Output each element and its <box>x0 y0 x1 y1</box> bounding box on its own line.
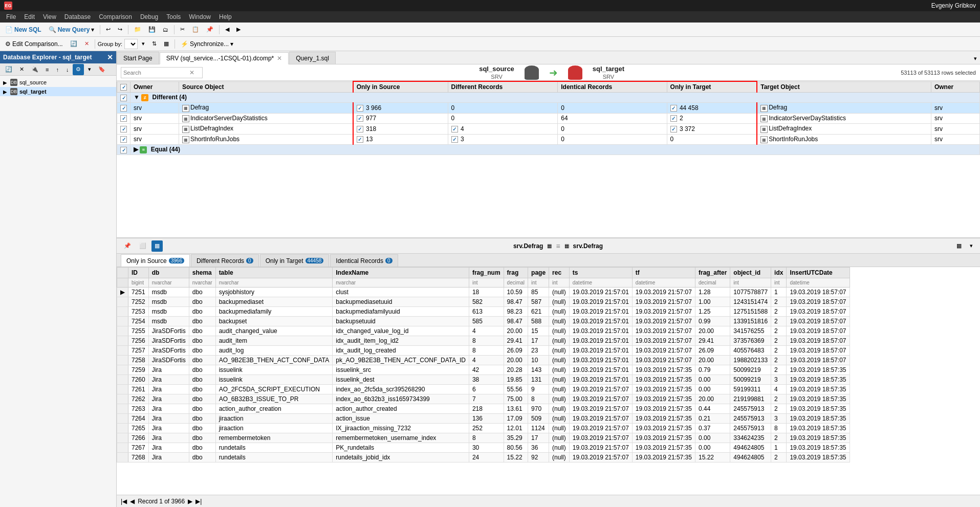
refresh-button[interactable]: 🔄 <box>67 38 80 50</box>
filter2-button[interactable]: ▾ <box>85 64 94 75</box>
data-panel-dropdown-button[interactable]: ▾ <box>967 240 976 252</box>
filter-button[interactable]: ⇅ <box>149 38 160 50</box>
up-button[interactable]: ↑ <box>53 64 62 75</box>
row-check-0-3[interactable]: ✓ <box>120 136 127 143</box>
only-source-check-0-0[interactable]: ✓ <box>357 105 363 112</box>
data-tab-only-in-source[interactable]: Only in Source 3966 <box>121 254 190 267</box>
data-row-4[interactable]: 7255JiraSDFortisdboaudit_changed_valueid… <box>117 326 850 336</box>
copy-button[interactable]: 📋 <box>189 24 202 35</box>
menu-tools[interactable]: Tools <box>162 12 185 21</box>
pin-button[interactable]: 📌 <box>121 240 134 252</box>
down-button[interactable]: ↓ <box>63 64 72 75</box>
data-row-6[interactable]: 7257JiraSDFortisdboaudit_logidx_audit_lo… <box>117 346 850 356</box>
filter-tree-button[interactable]: ≡ <box>42 64 52 75</box>
data-row-9[interactable]: 7260Jiradboissuelinkissuelink_dest3819.8… <box>117 375 850 385</box>
group-options-button[interactable]: ▾ <box>139 38 148 50</box>
group-check-0[interactable]: ✓ <box>120 95 127 101</box>
save-button[interactable]: 💾 <box>145 24 159 35</box>
menu-file[interactable]: File <box>2 12 20 21</box>
back-button[interactable]: ◀ <box>222 24 232 35</box>
settings-tree-button[interactable]: ⚙ <box>73 64 84 75</box>
open-button[interactable]: 📁 <box>131 24 144 35</box>
data-row-13[interactable]: 7264Jiradbojiraactionaction_issue13617.0… <box>117 414 850 424</box>
menu-window[interactable]: Window <box>185 12 215 21</box>
only-source-check-0-3[interactable]: ✓ <box>357 136 363 143</box>
menu-view[interactable]: View <box>39 12 60 21</box>
data-row-11[interactable]: 7262JiradboAO_6B32B3_ISSUE_TO_PRindex_ao… <box>117 394 850 404</box>
menu-comparison[interactable]: Comparison <box>95 12 136 21</box>
redo-button[interactable]: ↪ <box>115 24 125 35</box>
data-row-17[interactable]: 7268Jiradborundetailsrundetails_jobid_id… <box>117 453 850 462</box>
remove-connection-button[interactable]: ✕ <box>16 64 27 75</box>
comparison-grid-wrapper[interactable]: ✓ Owner Source Object Only in Source Dif… <box>117 81 980 237</box>
edit-comparison-button[interactable]: ⚙ Edit Comparison... <box>2 38 66 50</box>
row-check-0-0[interactable]: ✓ <box>120 105 127 112</box>
synchronize-button[interactable]: ⚡ Synchronize... ▾ <box>178 38 236 50</box>
data-panel-options-button[interactable]: ▦ <box>953 240 965 252</box>
tab-dcomp-close[interactable]: ✕ <box>277 55 282 62</box>
tree-item-sql-source[interactable]: ▶ DB sql_source <box>0 78 116 87</box>
data-row-8[interactable]: 7259Jiradboissuelinkissuelink_src4220.28… <box>117 365 850 375</box>
search-input[interactable] <box>121 70 188 76</box>
nav-prev-button[interactable]: ◀ <box>130 498 135 505</box>
only-source-check-0-1[interactable]: ✓ <box>357 115 363 122</box>
cut-button[interactable]: ✂ <box>177 24 188 35</box>
data-row-14[interactable]: 7265JiradbojiraactionIX_jiraaction_missi… <box>117 424 850 433</box>
diff-check-0-3[interactable]: ✓ <box>451 136 458 143</box>
menu-help[interactable]: Help <box>215 12 236 21</box>
bookmarks-button[interactable]: 🔖 <box>95 64 108 75</box>
data-grid-wrapper[interactable]: IDdbshematableIndexNamefrag_numfragpager… <box>117 267 980 495</box>
tab-start-page[interactable]: Start Page <box>117 52 159 64</box>
group-toggle-1[interactable]: ▶ <box>134 146 138 153</box>
tab-query[interactable]: Query_1.sql <box>289 52 336 64</box>
data-tab-identical-records[interactable]: Identical Records 0 <box>330 254 398 267</box>
data-row-1[interactable]: 7252msdbdbobackupmediasetbackupmediasetu… <box>117 297 850 307</box>
data-row-5[interactable]: 7256JiraSDFortisdboaudit_itemidx_audit_i… <box>117 336 850 346</box>
data-tab-only-in-target[interactable]: Only in Target 44458 <box>260 254 330 267</box>
paste-button[interactable]: 📌 <box>203 24 216 35</box>
data-row-0[interactable]: ▶7251msdbdbosysjobhistoryclust1810.5985(… <box>117 288 850 297</box>
group-check-1[interactable]: ✓ <box>120 147 127 153</box>
search-clear-button[interactable]: ✕ <box>188 69 196 76</box>
connect-button[interactable]: 🔌 <box>28 64 41 75</box>
nav-last-button[interactable]: ▶| <box>195 498 202 505</box>
row-check-0-2[interactable]: ✓ <box>120 126 127 133</box>
stop-button[interactable]: ✕ <box>81 38 92 50</box>
nav-first-button[interactable]: |◀ <box>121 498 127 505</box>
group-by-dropdown[interactable] <box>124 39 138 49</box>
grid-view-button[interactable]: ▦ <box>151 240 163 252</box>
only-target-check-0-0[interactable]: ✓ <box>670 105 677 112</box>
tree-item-sql-target[interactable]: ▶ DB sql_target <box>0 87 116 96</box>
only-target-check-0-2[interactable]: ✓ <box>670 126 677 133</box>
comparison-row-0-1[interactable]: ✓ srv ▦IndicatorServerDayStatistics ✓ 97… <box>117 113 980 124</box>
data-tab-different-records[interactable]: Different Records 0 <box>191 254 259 267</box>
comparison-row-0-2[interactable]: ✓ srv ▦ListDefragIndex ✓ 318 ✓ 4 0 ✓ 3 3… <box>117 124 980 135</box>
refresh-tree-button[interactable]: 🔄 <box>2 64 15 75</box>
forward-button[interactable]: ▶ <box>233 24 244 35</box>
comparison-row-0-0[interactable]: ✓ srv ▦Defrag ✓ 3 966 0 0 ✓ 44 458 <box>117 103 980 114</box>
menu-debug[interactable]: Debug <box>136 12 162 21</box>
only-source-check-0-2[interactable]: ✓ <box>357 126 363 133</box>
header-checkbox[interactable]: ✓ <box>120 84 127 91</box>
data-row-12[interactable]: 7263Jiradboaction_author_creationaction_… <box>117 404 850 414</box>
menu-edit[interactable]: Edit <box>20 12 39 21</box>
data-row-3[interactable]: 7254msdbdbobackupsetbackupsetuuid58598.4… <box>117 317 850 326</box>
split-button[interactable]: ⬜ <box>136 240 149 252</box>
grid-button[interactable]: ▦ <box>161 38 172 50</box>
save-all-button[interactable]: 🗂 <box>160 24 171 35</box>
data-row-7[interactable]: 7258JiraSDFortisdboAO_9B2E3B_THEN_ACT_CO… <box>117 356 850 365</box>
data-row-15[interactable]: 7266Jiradboremembermetokenremembermetoke… <box>117 433 850 443</box>
row-check-0-1[interactable]: ✓ <box>120 115 127 122</box>
new-query-button[interactable]: 🔍 New Query ▾ <box>46 24 98 35</box>
close-panel-button[interactable]: ✕ <box>107 53 113 61</box>
data-row-10[interactable]: 7261JiradboAO_2FC5DA_SCRIPT_EXECUTIONind… <box>117 385 850 394</box>
menu-database[interactable]: Database <box>60 12 95 21</box>
undo-button[interactable]: ↩ <box>103 24 114 35</box>
tabs-dropdown-button[interactable]: ▾ <box>971 53 980 64</box>
data-row-16[interactable]: 7267JiradborundetailsPK_rundetails3080.5… <box>117 443 850 453</box>
new-sql-button[interactable]: 📄 New SQL <box>2 24 45 35</box>
diff-check-0-2[interactable]: ✓ <box>451 126 458 133</box>
nav-next-button[interactable]: ▶ <box>188 498 192 505</box>
group-toggle-0[interactable]: ▼ <box>134 94 140 101</box>
only-target-check-0-1[interactable]: ✓ <box>670 115 677 122</box>
